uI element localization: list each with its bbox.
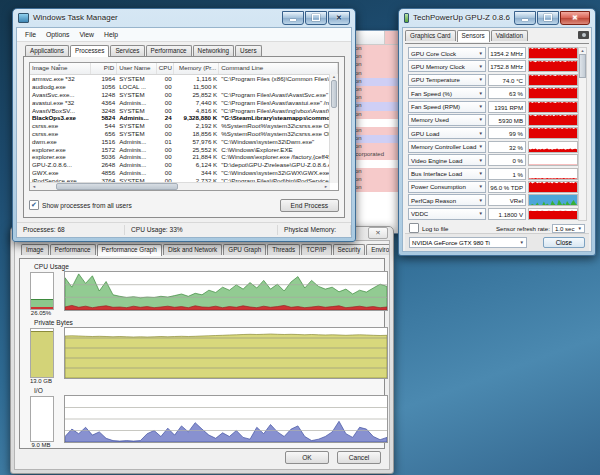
process-cell: "C:\Windows\system32\Dwm.exe" xyxy=(219,138,338,145)
process-row[interactable]: csrss.exe656SYSTEM0018,856 K%SystemRoot%… xyxy=(30,130,338,138)
process-cell: armsvc.exe *32 xyxy=(30,75,91,82)
tm-tab-networking[interactable]: Networking xyxy=(193,45,235,56)
column-header-command-line[interactable]: Command Line xyxy=(219,63,338,74)
menu-view[interactable]: View xyxy=(74,30,99,39)
process-cell: 25,552 K xyxy=(174,146,220,153)
horizontal-scrollbar[interactable]: ◄► xyxy=(30,182,330,190)
sensor-selector[interactable]: GPU Core Clock▼ xyxy=(408,47,486,59)
process-row[interactable]: avastui.exe *324364Adminis...007,440 K"C… xyxy=(30,98,338,106)
sensor-label: Fan Speed (RPM) xyxy=(411,103,460,110)
maximize-icon[interactable] xyxy=(537,11,559,25)
process-row[interactable]: explorer.exe1572Adminis...0025,552 KC:\W… xyxy=(30,145,338,153)
menu-options[interactable]: Options xyxy=(41,30,74,39)
process-row[interactable]: dwm.exe1516Adminis...0157,976 K"C:\Windo… xyxy=(30,137,338,145)
process-row[interactable]: GWX.exe4856Adminis...00344 K"C:\Windows\… xyxy=(30,169,338,177)
pe-tab-performance-graph[interactable]: Performance Graph xyxy=(97,244,162,256)
close-icon[interactable]: ✕ xyxy=(368,227,388,239)
column-header-pid[interactable]: PID xyxy=(91,63,117,74)
sensor-selector[interactable]: Fan Speed (RPM)▼ xyxy=(408,101,486,113)
sensor-selector[interactable]: Bus Interface Load▼ xyxy=(408,168,486,180)
process-cell: SYSTEM xyxy=(117,122,157,129)
pe-tab-performance[interactable]: Performance xyxy=(50,244,96,255)
task-manager-window[interactable]: Windows Task Manager ✕ FileOptionsViewHe… xyxy=(12,8,356,242)
column-header-user-name[interactable]: User Name xyxy=(117,63,157,74)
maximize-icon[interactable] xyxy=(305,11,327,25)
vertical-scrollbar[interactable]: ▲ xyxy=(329,74,338,183)
sensor-label: GPU Load xyxy=(411,130,439,137)
pe-tab-security[interactable]: Security xyxy=(333,244,366,255)
process-cell: explorer.exe xyxy=(30,153,91,160)
sensor-selector[interactable]: Power Consumption▼ xyxy=(408,181,486,193)
sensor-selector[interactable]: VDDC▼ xyxy=(408,208,486,220)
sensor-graph xyxy=(528,154,578,166)
process-row[interactable]: GPU-Z.0.8.6...2648Adminis...006,124 K"D:… xyxy=(30,161,338,169)
log-to-file-checkbox[interactable] xyxy=(409,223,419,233)
gpuz-tab-sensors[interactable]: Sensors xyxy=(457,30,490,42)
gpuz-close-button[interactable]: Close xyxy=(543,237,585,248)
close-icon[interactable]: ✕ xyxy=(328,11,350,25)
sensor-graph xyxy=(528,168,578,180)
sensor-selector[interactable]: PerfCap Reason▼ xyxy=(408,194,486,206)
device-select[interactable]: NVIDIA GeForce GTX 980 Ti▼ xyxy=(409,237,527,248)
sensor-selector[interactable]: Memory Used▼ xyxy=(408,114,486,126)
task-manager-icon xyxy=(18,13,29,23)
process-row[interactable]: AvastVBoxSV...3248SYSTEM004,816 K"C:\Pro… xyxy=(30,106,338,114)
process-row[interactable]: csrss.exe544SYSTEM002,192 K%SystemRoot%\… xyxy=(30,122,338,130)
pe-tab-image[interactable]: Image xyxy=(21,244,49,255)
close-icon[interactable]: ✕ xyxy=(560,11,590,25)
menu-file[interactable]: File xyxy=(20,30,41,39)
tm-tab-services[interactable]: Services xyxy=(110,45,144,56)
sensor-selector[interactable]: GPU Load▼ xyxy=(408,127,486,139)
sensor-selector[interactable]: Video Engine Load▼ xyxy=(408,154,486,166)
sensors-panel: GPU Core Clock▼1354.2 MHzGPU Memory Cloc… xyxy=(405,43,589,251)
sensor-row: Memory Controller Load▼32 % xyxy=(408,141,578,153)
pe-tab-environment[interactable]: Environment xyxy=(366,244,390,255)
sensor-selector[interactable]: Memory Controller Load▼ xyxy=(408,141,486,153)
show-all-users-checkbox[interactable]: ✔ Show processes from all users xyxy=(29,200,132,210)
process-cell: 25,852 K xyxy=(174,91,220,98)
pe-tab-disk-and-network[interactable]: Disk and Network xyxy=(163,244,222,255)
process-cell: 6,124 K xyxy=(174,161,220,168)
column-header-cpu[interactable]: CPU xyxy=(157,63,174,74)
process-row[interactable]: audiodg.exe1056LOCAL ...0011,500 K xyxy=(30,83,338,91)
sensors-scrollbar[interactable]: ▲ xyxy=(578,47,587,221)
pe-tab-gpu-graph[interactable]: GPU Graph xyxy=(223,244,266,255)
end-process-button[interactable]: End Process xyxy=(280,199,339,212)
minimize-icon[interactable] xyxy=(282,11,304,25)
sensor-row: GPU Temperature▼74.0 °C xyxy=(408,74,578,86)
column-header-memory-pr-[interactable]: Memory (Pr... xyxy=(174,63,220,74)
cpu-usage-gauge-value: 26.05% xyxy=(24,310,58,316)
tm-tab-performance[interactable]: Performance xyxy=(146,45,192,56)
gpuz-tab-validation[interactable]: Validation xyxy=(491,30,528,41)
process-row[interactable]: BlackOps3.exe5824Adminis...249,328,880 K… xyxy=(30,114,338,122)
sensor-selector[interactable]: Fan Speed (%)▼ xyxy=(408,87,486,99)
background-list-row: tion xyxy=(351,45,399,53)
process-row[interactable]: explorer.exe5036Adminis...0021,884 KC:\W… xyxy=(30,153,338,161)
minimize-icon[interactable] xyxy=(514,11,536,25)
sensor-selector[interactable]: GPU Temperature▼ xyxy=(408,74,486,86)
refresh-rate-select[interactable]: 1.0 sec▼ xyxy=(552,224,585,233)
sensor-selector[interactable]: GPU Memory Clock▼ xyxy=(408,60,486,72)
process-row[interactable]: armsvc.exe *321964SYSTEM001,116 K"C:\Pro… xyxy=(30,75,338,83)
background-process-list-window[interactable]: tiontiontiontiontiontiontiontiontiontion… xyxy=(350,30,400,234)
screenshot-camera-icon[interactable] xyxy=(578,31,589,39)
gpuz-window[interactable]: TechPowerUp GPU-Z 0.8.6 ✕ Graphics CardS… xyxy=(398,8,596,256)
task-manager-titlebar: Windows Task Manager ✕ xyxy=(13,9,355,26)
process-properties-window[interactable]: ✕ ImagePerformancePerformance GraphDisk … xyxy=(10,226,394,474)
tm-tab-users[interactable]: Users xyxy=(235,45,261,56)
gpuz-tab-graphics-card[interactable]: Graphics Card xyxy=(405,30,456,41)
pe-tab-threads[interactable]: Threads xyxy=(267,244,300,255)
background-list-row: tion xyxy=(351,61,399,69)
menu-help[interactable]: Help xyxy=(99,30,123,39)
tm-tab-processes[interactable]: Processes xyxy=(70,45,109,57)
cancel-button[interactable]: Cancel xyxy=(337,451,381,464)
column-header-image-name[interactable]: Image Name▲ xyxy=(30,63,91,74)
process-row[interactable]: AvastSvc.exe...1248SYSTEM0025,852 K"C:\P… xyxy=(30,91,338,99)
pe-tab-tcp-ip[interactable]: TCP/IP xyxy=(301,244,331,255)
tm-tab-applications[interactable]: Applications xyxy=(25,45,69,56)
sensor-value: 1354.2 MHz xyxy=(488,47,526,59)
process-cell: SYSTEM xyxy=(117,75,157,82)
ok-button[interactable]: OK xyxy=(285,451,329,464)
chevron-down-icon: ▼ xyxy=(479,184,483,189)
sensor-value: 1391 RPM xyxy=(488,101,526,113)
